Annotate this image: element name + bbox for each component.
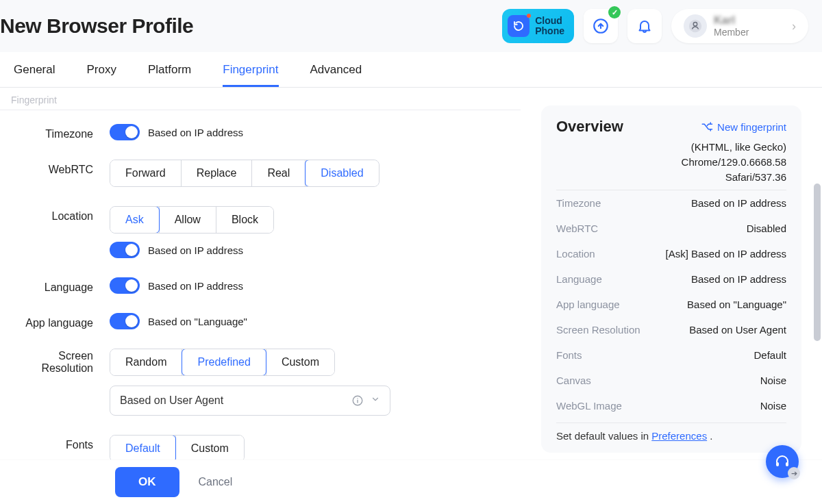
label-location: Location [14, 206, 110, 223]
support-fab[interactable]: ➔ [766, 445, 799, 478]
ov-k-location: Location [556, 248, 595, 260]
screenres-random[interactable]: Random [110, 349, 182, 375]
label-app-language: App language [14, 313, 110, 329]
cloud-phone-button[interactable]: Cloud Phone [502, 9, 574, 43]
bell-icon [636, 18, 653, 34]
webrtc-replace[interactable]: Replace [182, 160, 253, 186]
sync-icon [592, 17, 610, 35]
screenres-select-value: Based on User Agent [120, 394, 223, 407]
ok-button[interactable]: OK [115, 467, 179, 497]
tab-platform[interactable]: Platform [148, 63, 191, 87]
fab-arrow-icon: ➔ [788, 467, 800, 479]
tabs: General Proxy Platform Fingerprint Advan… [0, 52, 822, 88]
screenres-custom[interactable]: Custom [266, 349, 334, 375]
toggle-language[interactable] [110, 277, 140, 294]
ov-k-language: Language [556, 273, 602, 285]
account-menu[interactable]: Karl Member › [671, 9, 808, 43]
account-name: Karl [714, 14, 749, 27]
cloud-phone-icon [508, 15, 530, 37]
notifications-button[interactable] [627, 9, 662, 43]
ov-v-screenres: Based on User Agent [689, 324, 786, 336]
ov-v-language: Based on IP address [691, 273, 786, 285]
headset-icon [774, 453, 790, 470]
ov-v-webrtc: Disabled [747, 223, 786, 234]
label-language: Language [14, 277, 110, 294]
chevron-down-icon [371, 394, 380, 404]
webrtc-forward[interactable]: Forward [110, 160, 182, 186]
ov-v-webgl: Noise [760, 400, 786, 412]
tab-proxy[interactable]: Proxy [86, 63, 116, 87]
ov-k-canvas: Canvas [556, 375, 591, 386]
overview-title: Overview [556, 118, 623, 136]
tab-fingerprint[interactable]: Fingerprint [223, 63, 278, 87]
screenres-predefined[interactable]: Predefined [182, 349, 266, 375]
cloud-phone-label-1: Cloud [535, 16, 564, 26]
sync-button[interactable] [584, 9, 618, 43]
toggle-language-text: Based on IP address [148, 280, 243, 292]
ov-v-location: [Ask] Based on IP address [666, 248, 787, 260]
status-ok-badge [608, 6, 621, 18]
svg-rect-5 [786, 462, 788, 466]
location-block[interactable]: Block [216, 207, 273, 233]
fonts-custom[interactable]: Custom [176, 436, 244, 462]
scrollbar[interactable] [814, 184, 821, 341]
ov-k-screenres: Screen Resolution [556, 324, 640, 336]
svg-rect-4 [776, 462, 779, 466]
label-fonts: Fonts [14, 435, 110, 451]
toggle-app-language-text: Based on "Language" [148, 316, 247, 327]
toggle-location-ip-text: Based on IP address [148, 244, 243, 256]
info-icon [351, 394, 364, 407]
webrtc-disabled[interactable]: Disabled [306, 160, 378, 186]
cancel-button[interactable]: Cancel [199, 476, 233, 488]
ov-k-applang: App language [556, 299, 620, 310]
overview-user-agent: (KHTML, like Gecko) Chrome/129.0.6668.58… [556, 140, 786, 190]
label-screen-resolution: Screen Resolution [14, 349, 110, 375]
section-label-fingerprint: Fingerprint [0, 88, 521, 110]
tab-general[interactable]: General [14, 63, 55, 87]
toggle-location-ip[interactable] [110, 242, 140, 258]
overview-note: Set default values in Preferences . [556, 423, 786, 442]
shuffle-icon [701, 121, 713, 133]
ov-v-canvas: Noise [760, 375, 786, 386]
label-webrtc: WebRTC [14, 160, 110, 176]
toggle-app-language[interactable] [110, 313, 140, 329]
account-role: Member [714, 27, 749, 38]
webrtc-real[interactable]: Real [252, 160, 306, 186]
ov-v-fonts: Default [754, 349, 786, 361]
ov-v-applang: Based on "Language" [687, 299, 786, 310]
preferences-link[interactable]: Preferences [651, 430, 707, 442]
toggle-timezone-text: Based on IP address [148, 127, 243, 138]
ov-k-webgl: WebGL Image [556, 400, 622, 412]
cloud-phone-label-2: Phone [535, 26, 564, 36]
ov-k-webrtc: WebRTC [556, 223, 598, 234]
chevron-right-icon: › [792, 19, 796, 34]
page-title: New Browser Profile [0, 14, 193, 38]
fonts-default[interactable]: Default [110, 436, 176, 462]
ov-k-fonts: Fonts [556, 349, 582, 361]
ov-k-timezone: Timezone [556, 197, 601, 209]
overview-panel: Overview New fingerprint (KHTML, like Ge… [541, 105, 801, 453]
label-timezone: Timezone [14, 124, 110, 140]
screenres-select[interactable]: Based on User Agent [110, 386, 390, 416]
tab-advanced[interactable]: Advanced [310, 63, 362, 87]
ov-v-timezone: Based on IP address [691, 197, 786, 209]
new-fingerprint-button[interactable]: New fingerprint [701, 121, 786, 133]
location-allow[interactable]: Allow [160, 207, 216, 233]
location-ask[interactable]: Ask [110, 207, 160, 233]
avatar-icon [684, 14, 707, 38]
toggle-timezone[interactable] [110, 124, 140, 140]
